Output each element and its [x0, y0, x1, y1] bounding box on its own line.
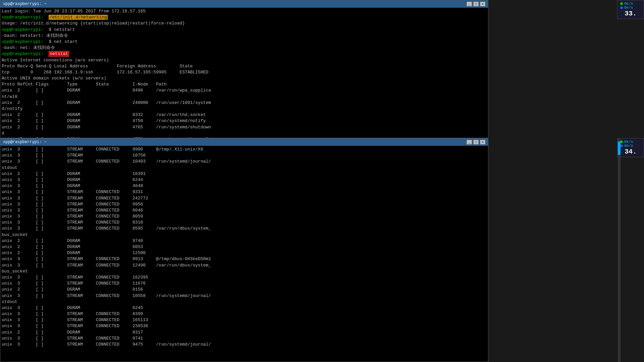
download-speed-top: 0k/s — [624, 6, 633, 10]
line-2-8: unix 3 [ ] STREAM CONNECTED 9331 — [2, 189, 487, 195]
line-2-22: unix 3 [ ] STREAM CONNECTED 162395 — [2, 275, 487, 281]
line-2-27: unix 3 [ ] DGRAM 6245 — [2, 305, 487, 311]
close-btn-1[interactable]: ✕ — [480, 2, 485, 6]
line-1-8: xpp@raspberrypi: netstat — [2, 51, 487, 57]
line-2-3: unix 3 [ ] STREAM CONNECTED 10403 /run/s… — [2, 159, 487, 165]
maximize-btn-1[interactable]: □ — [473, 2, 479, 6]
line-2-12: unix 3 [ ] STREAM CONNECTED 8059 — [2, 214, 487, 220]
download-speed-bottom: 0k/s — [624, 144, 633, 148]
net-widget-top: 0k/s 0k/s 33. — [617, 0, 644, 19]
title-bar-1: xpp@raspberrypi: ~ _ □ ✕ — [0, 0, 488, 8]
line-2-5: unix 2 [ ] DGRAM 10391 — [2, 171, 487, 177]
upload-speed-bottom: 0k/s — [624, 140, 633, 144]
line-2-17: unix 2 [ ] DGRAM 6053 — [2, 244, 487, 250]
line-1-10: Proto Recv-Q Send-Q Local Address Foreig… — [2, 63, 487, 69]
line-1-1: Last login: Tue Jun 20 23:17:05 2017 fro… — [2, 8, 487, 14]
net-row-down-bottom: 0k/s — [620, 144, 641, 148]
line-2-28: unix 3 [ ] STREAM CONNECTED 8399 — [2, 311, 487, 317]
net-row-down-top: 0k/s — [620, 6, 641, 10]
line-1-5: -bash: netstart: 未找到命令 — [2, 33, 487, 39]
line-2-1: unix 3 [ ] STREAM CONNECTED 9900 @/tmp/.… — [2, 146, 487, 153]
line-1-16: unix 2 [ ] DGRAM 240000 /run/user/1001/s… — [2, 100, 487, 106]
title-2: xpp@raspberrypi: ~ — [3, 140, 47, 144]
line-2-15: bus_socket — [2, 232, 487, 238]
line-2-10: unix 3 [ ] STREAM CONNECTED 9956 — [2, 201, 487, 207]
line-2-29: unix 3 [ ] STREAM CONNECTED 165113 — [2, 317, 487, 323]
line-2-19: unix 3 [ ] STREAM CONNECTED 9913 @/tmp/d… — [2, 256, 487, 262]
net-value-bottom: 34. — [620, 148, 641, 156]
net-value-top: 33. — [620, 10, 641, 17]
upload-speed-top: 0k/s — [624, 2, 633, 6]
line-1-12: Active UNIX domain sockets (w/o servers) — [2, 75, 487, 81]
line-1-13: Proto RefCnt Flags Type State I-Node Pat… — [2, 81, 487, 87]
terminal-window-1[interactable]: xpp@raspberrypi: ~ _ □ ✕ Last login: Tue… — [0, 0, 488, 138]
terminal-content-1: Last login: Tue Jun 20 23:17:05 2017 fro… — [0, 8, 488, 138]
line-2-30: unix 3 [ ] STREAM CONNECTED 238530 — [2, 323, 487, 329]
highlight-netstat: netstat — [49, 51, 69, 57]
line-2-2: unix 3 [ ] STREAM 10750 — [2, 153, 487, 159]
line-1-11: tcp 0 268 192.168.1.9:ssh 172.16.57.165:… — [2, 69, 487, 75]
line-1-6: xpp@raspberrypi: $ net start — [2, 39, 487, 45]
line-2-23: unix 3 [ ] STREAM CONNECTED 11676 — [2, 281, 487, 287]
net-widget-bottom: 0k/s 0k/s 34. — [617, 138, 644, 157]
line-2-32: unix 3 [ ] STREAM CONNECTED 9741 — [2, 336, 487, 342]
line-2-14: unix 3 [ ] STREAM CONNECTED 8595 /var/ru… — [2, 226, 487, 232]
line-1-7: -bash: net: 未找到命令 — [2, 45, 487, 51]
line-2-25: unix 3 [ ] STREAM CONNECTED 10558 /run/s… — [2, 293, 487, 299]
net-row-up-top: 0k/s — [620, 2, 641, 6]
title-bar-2: xpp@raspberrypi: ~ _ □ ✕ — [0, 138, 488, 146]
line-2-6: unix 3 [ ] DGRAM 6244 — [2, 177, 487, 183]
terminal-content-2: unix 3 [ ] STREAM CONNECTED 9900 @/tmp/.… — [0, 146, 488, 362]
line-2-20: unix 3 [ ] STREAM CONNECTED 12490 /var/r… — [2, 262, 487, 268]
line-2-13: unix 3 [ ] STREAM CONNECTED 8310 — [2, 220, 487, 226]
upload-icon-top — [620, 2, 623, 5]
line-2-4: stdout — [2, 165, 487, 171]
upload-icon-bottom — [620, 140, 623, 143]
window-controls-1: _ □ ✕ — [467, 2, 485, 6]
line-1-17: d/notify — [2, 106, 487, 112]
line-1-21: d — [2, 130, 487, 136]
highlight-networking: /etc/init.d/networking — [49, 15, 108, 20]
line-1-18: unix 2 [ ] DGRAM 8332 /var/run/thd.socke… — [2, 112, 487, 118]
line-2-31: unix 2 [ ] DGRAM 8317 — [2, 329, 487, 336]
scrollbar-thumb[interactable] — [618, 141, 621, 155]
minimize-btn-1[interactable]: _ — [467, 2, 472, 6]
line-2-16: unix 2 [ ] DGRAM 9740 — [2, 238, 487, 244]
line-1-4: xpp@raspberrypi: $ netstart — [2, 27, 487, 33]
close-btn-2[interactable]: ✕ — [480, 140, 485, 144]
line-2-11: unix 3 [ ] STREAM CONNECTED 6046 — [2, 207, 487, 214]
line-2-18: unix 2 [ ] DGRAM 12500 — [2, 250, 487, 256]
line-2-26: stdout — [2, 299, 487, 305]
scrollbar[interactable] — [618, 138, 621, 362]
line-1-14: unix 2 [ ] DGRAM 8490 /var/run/wpa_suppl… — [2, 87, 487, 94]
line-1-19: unix 2 [ ] DGRAM 4750 /run/systemd/notif… — [2, 118, 487, 124]
terminal-window-2[interactable]: xpp@raspberrypi: ~ _ □ ✕ unix 3 [ ] STRE… — [0, 138, 488, 362]
line-1-9: Active Internet connections (w/o servers… — [2, 57, 487, 63]
net-row-up-bottom: 0k/s — [620, 140, 641, 144]
line-1-20: unix 2 [ ] DGRAM 4765 /run/systemd/shutd… — [2, 124, 487, 130]
line-2-33: unix 3 [ ] STREAM CONNECTED 9475 /run/sy… — [2, 342, 487, 348]
line-1-22: unix 15 [ ] DGRAM 4770 /run/systemd/jour… — [2, 136, 487, 138]
title-1: xpp@raspberrypi: ~ — [3, 2, 47, 6]
line-2-9: unix 3 [ ] STREAM CONNECTED 242772 — [2, 195, 487, 201]
line-2-21: bus_socket — [2, 268, 487, 275]
download-icon-top — [620, 6, 623, 9]
line-1-15: nt/wl0 — [2, 94, 487, 100]
download-icon-bottom — [620, 144, 623, 147]
minimize-btn-2[interactable]: _ — [467, 140, 472, 144]
line-1-3: Usage: /etc/init.d/networking {start|sto… — [2, 20, 487, 26]
line-2-24: unix 2 [ ] DGRAM 8156 — [2, 287, 487, 293]
line-2-7: unix 3 [ ] DGRAM 4848 — [2, 183, 487, 189]
maximize-btn-2[interactable]: □ — [473, 140, 479, 144]
window-controls-2: _ □ ✕ — [467, 140, 485, 144]
line-1-2: xpp@raspberrypi: /etc/init.d/networking — [2, 14, 487, 20]
